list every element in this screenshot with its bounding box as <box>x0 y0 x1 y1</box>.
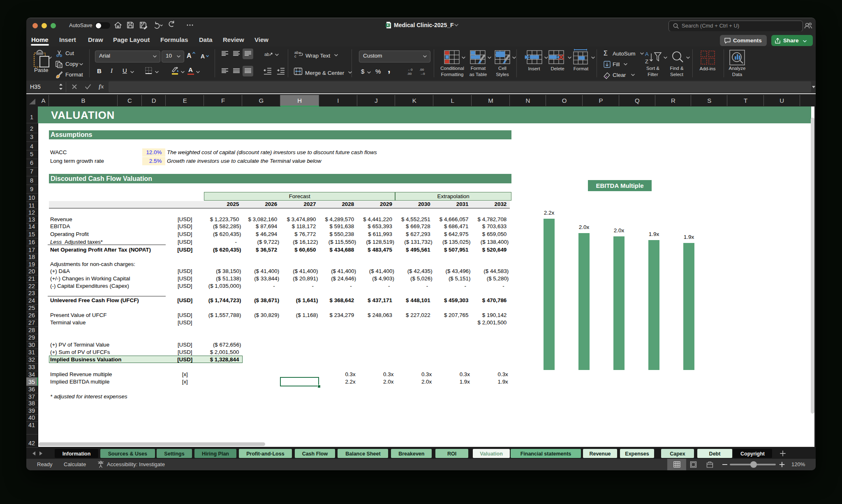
svg-text:Z: Z <box>645 58 648 65</box>
svg-text:ab: ab <box>264 52 269 57</box>
svg-text:←0: ←0 <box>407 68 413 72</box>
svg-text:c: c <box>294 54 296 58</box>
svg-text:.00: .00 <box>419 68 424 72</box>
svg-text:X: X <box>386 23 389 27</box>
svg-text:.00: .00 <box>407 72 412 76</box>
svg-text:→0: →0 <box>420 72 425 76</box>
svg-text:A: A <box>645 51 649 57</box>
